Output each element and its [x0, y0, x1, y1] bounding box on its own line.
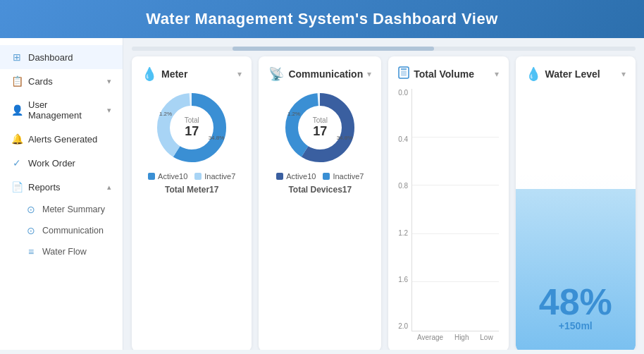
- scrollbar[interactable]: [132, 47, 636, 51]
- communication-card: 📡 Communication ▾ 1.2% 34.8%: [259, 56, 381, 350]
- comm-total-label: Total: [313, 116, 328, 124]
- meter-legend: Active10 Inactive7: [148, 172, 235, 181]
- cards-icon: 📋: [11, 75, 23, 87]
- svg-text:1.2%: 1.2%: [159, 111, 172, 117]
- svg-text:1.2%: 1.2%: [287, 111, 300, 117]
- checkmark-icon: ✓: [11, 157, 23, 169]
- communication-donut-center: Total 17: [313, 116, 328, 139]
- meter-donut-container: 1.2% 34.8% Total 17 Active10: [142, 89, 242, 341]
- communication-total-footer: Total Devices17: [288, 185, 352, 195]
- grid-line-2: [412, 233, 499, 234]
- sidebar-label-cards: Cards: [28, 76, 53, 87]
- svg-rect-11: [401, 71, 407, 76]
- water-flow-icon: ≡: [25, 246, 37, 257]
- sidebar-item-cards[interactable]: 📋 Cards ▾: [0, 69, 123, 93]
- bell-icon: 🔔: [11, 133, 23, 145]
- comm-inactive-label: Inactive7: [333, 172, 364, 181]
- water-level-title: Water Level: [545, 68, 617, 80]
- meter-donut: 1.2% 34.8% Total 17: [153, 89, 230, 166]
- comm-active-legend: Active10: [276, 172, 316, 181]
- bar-chart-area: Average High Low: [411, 89, 499, 341]
- communication-donut-container: 1.2% 34.8% Total 17 Active10: [268, 89, 371, 341]
- water-level-content: 💧 Water Level ▾ 48% +150ml: [526, 66, 626, 341]
- sidebar-item-water-flow[interactable]: ≡ Water Flow: [0, 241, 123, 262]
- communication-legend: Active10 Inactive7: [276, 172, 364, 181]
- communication-card-icon: 📡: [268, 66, 284, 82]
- water-level-header: 💧 Water Level ▾: [526, 66, 626, 82]
- meter-total-footer: Total Meter17: [165, 185, 218, 195]
- meter-inactive-legend: Inactive7: [194, 172, 235, 181]
- sidebar-item-meter-summary[interactable]: ⊙ Meter Summary: [0, 199, 123, 220]
- svg-text:34.8%: 34.8%: [337, 135, 353, 141]
- communication-card-title: Communication: [288, 68, 363, 80]
- dashboard-icon: ⊞: [11, 51, 23, 63]
- chevron-down-icon: ▾: [107, 77, 111, 86]
- grid-line-4: [412, 137, 499, 138]
- sidebar-item-alerts[interactable]: 🔔 Alerts Generated: [0, 127, 123, 151]
- volume-card-icon: [398, 66, 409, 82]
- main-layout: ⊞ Dashboard 📋 Cards ▾ 👤 User Management …: [0, 38, 644, 350]
- communication-card-header: 📡 Communication ▾: [268, 66, 371, 82]
- chevron-up-icon: ▴: [107, 183, 111, 192]
- meter-total-value: 17: [185, 124, 199, 139]
- user-icon: 👤: [11, 104, 23, 116]
- total-volume-header: Total Volume ▾: [398, 66, 498, 82]
- sidebar-label-water-flow: Water Flow: [42, 247, 87, 257]
- meter-filter-icon[interactable]: ▾: [237, 69, 242, 79]
- water-level-card: 💧 Water Level ▾ 48% +150ml: [516, 56, 636, 350]
- meter-total-label: Total: [185, 116, 199, 124]
- comm-active-dot: [276, 173, 283, 180]
- sidebar-label-meter-summary: Meter Summary: [42, 205, 105, 214]
- comm-inactive-legend: Inactive7: [323, 172, 364, 181]
- water-level-spacer: [526, 89, 626, 283]
- grid-line-1: [412, 281, 499, 282]
- sidebar: ⊞ Dashboard 📋 Cards ▾ 👤 User Management …: [0, 38, 123, 350]
- meter-card: 💧 Meter ▾ 1.2%: [132, 56, 252, 350]
- sidebar-label-alerts: Alerts Generated: [28, 134, 97, 145]
- sidebar-item-dashboard[interactable]: ⊞ Dashboard: [0, 45, 123, 69]
- meter-active-legend: Active10: [148, 172, 187, 181]
- inactive-dot: [194, 173, 202, 180]
- app-header: Water Management System's Dashboard View: [0, 0, 644, 38]
- sidebar-item-reports[interactable]: 📄 Reports ▴: [0, 175, 123, 199]
- main-content: 💧 Meter ▾ 1.2%: [123, 38, 644, 350]
- active-dot: [148, 173, 155, 180]
- meter-active-label: Active10: [158, 172, 187, 181]
- communication-icon: ⊙: [25, 225, 37, 236]
- meter-card-header: 💧 Meter ▾: [142, 66, 242, 82]
- sidebar-label-dashboard: Dashboard: [28, 52, 73, 63]
- sidebar-label-communication: Communication: [42, 226, 104, 236]
- total-volume-title: Total Volume: [414, 68, 490, 80]
- total-volume-card: Total Volume ▾ 2.0 1.6 1.2 0.8 0.4 0.0: [388, 56, 508, 350]
- comm-active-label: Active10: [286, 172, 316, 181]
- sidebar-label-reports: Reports: [28, 182, 61, 193]
- meter-inactive-label: Inactive7: [204, 172, 235, 181]
- bar-y-axis: 2.0 1.6 1.2 0.8 0.4 0.0: [398, 89, 411, 341]
- sidebar-item-work-order[interactable]: ✓ Work Order: [0, 151, 123, 175]
- water-level-percentage: 48%: [526, 283, 626, 320]
- water-level-filter-icon[interactable]: ▾: [621, 69, 626, 79]
- reports-icon: 📄: [11, 181, 23, 193]
- communication-filter-icon[interactable]: ▾: [367, 69, 371, 79]
- sidebar-item-communication[interactable]: ⊙ Communication: [0, 220, 123, 241]
- meter-card-title: Meter: [161, 68, 233, 80]
- chevron-down-icon-2: ▾: [107, 106, 111, 115]
- comm-inactive-dot: [323, 173, 330, 180]
- meter-donut-center: Total 17: [185, 116, 199, 139]
- water-level-icon: 💧: [526, 66, 541, 82]
- comm-total-value: 17: [313, 124, 328, 139]
- volume-filter-icon[interactable]: ▾: [495, 69, 499, 79]
- sidebar-item-user-management[interactable]: 👤 User Management ▾: [0, 93, 123, 127]
- card-grid: 💧 Meter ▾ 1.2%: [132, 56, 636, 350]
- sidebar-label-work-order: Work Order: [28, 158, 75, 169]
- grid-line-3: [412, 185, 499, 185]
- water-level-change: +150ml: [526, 320, 626, 331]
- meter-summary-icon: ⊙: [25, 204, 37, 215]
- sidebar-label-user-management: User Management: [28, 99, 101, 121]
- bar-x-labels: Average High Low: [411, 334, 499, 341]
- volume-bar-chart: 2.0 1.6 1.2 0.8 0.4 0.0: [398, 89, 498, 341]
- bars-container: [411, 89, 499, 331]
- scrollbar-thumb: [233, 47, 434, 51]
- communication-donut: 1.2% 34.8% Total 17: [281, 89, 359, 166]
- meter-card-icon: 💧: [142, 66, 157, 82]
